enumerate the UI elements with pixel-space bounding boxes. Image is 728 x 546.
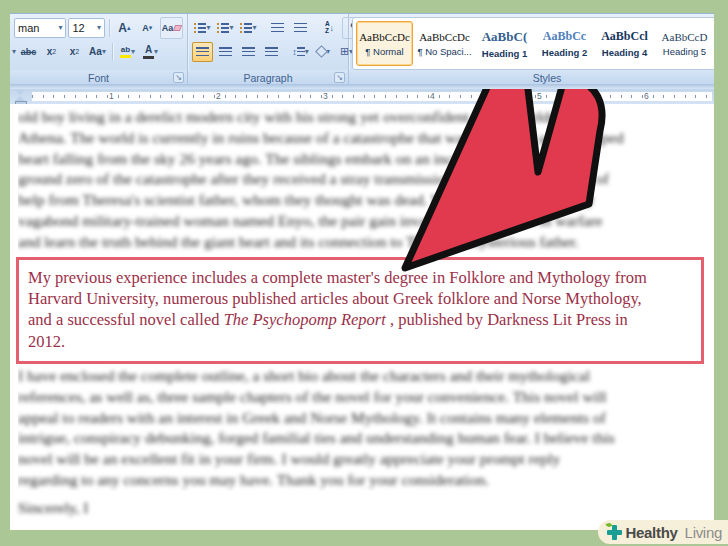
doc-line: references, as well as, three sample cha… bbox=[18, 387, 712, 408]
justify-icon bbox=[265, 47, 278, 57]
decrease-indent-button[interactable] bbox=[267, 18, 288, 38]
style-label: Heading 2 bbox=[542, 47, 587, 58]
bullets-button[interactable]: ▾ bbox=[192, 18, 213, 38]
healthy-living-watermark: Healthy Living bbox=[598, 520, 728, 544]
strikethrough-button[interactable]: abc bbox=[18, 42, 39, 62]
clear-formatting-icon: Aa bbox=[162, 23, 174, 33]
chevron-down-icon: ▾ bbox=[229, 24, 233, 32]
underline-menu-arrow-icon[interactable]: ▾ bbox=[12, 48, 16, 56]
highlight-icon: ab bbox=[120, 46, 131, 58]
first-line-indent-icon bbox=[15, 90, 25, 95]
styles-gallery: AaBbCcDc ¶ Normal AaBbCcDc ¶ No Spaci...… bbox=[352, 17, 714, 70]
highlight-text: and a successful novel called bbox=[28, 310, 224, 329]
word-ribbon: man ▾ 12 ▾ A ▴ A ▾ bbox=[10, 13, 714, 85]
doc-line: help from Theresa's scientist father, wh… bbox=[18, 190, 712, 211]
style-no-spacing[interactable]: AaBbCcDc ¶ No Spaci... bbox=[416, 21, 473, 66]
numbering-button[interactable]: ▾ bbox=[215, 18, 236, 38]
chevron-down-icon: ▾ bbox=[252, 24, 256, 32]
style-heading-5[interactable]: AaBbCcD Heading 5 bbox=[656, 21, 713, 66]
doc-line: heart falling from the sky 26 years ago.… bbox=[18, 149, 712, 170]
justify-button[interactable] bbox=[261, 42, 282, 62]
line-spacing-button[interactable]: ↕ ▾ bbox=[290, 42, 311, 62]
font-group: man ▾ 12 ▾ A ▴ A ▾ bbox=[10, 14, 188, 85]
doc-line: regarding to any concerns you may have. … bbox=[18, 470, 712, 491]
font-color-bar bbox=[143, 56, 154, 59]
align-left-button[interactable] bbox=[192, 42, 213, 62]
highlight-line: 2012. bbox=[28, 331, 697, 352]
blurred-paragraph-1: old boy living in a derelict modern city… bbox=[18, 107, 712, 253]
style-label: Heading 4 bbox=[602, 47, 647, 58]
highlight-label: ab bbox=[121, 46, 130, 54]
change-case-button[interactable]: Aa ▾ bbox=[87, 42, 108, 62]
chevron-down-icon: ▾ bbox=[305, 48, 309, 56]
bullets-icon bbox=[194, 23, 206, 33]
doc-line: vagabond military-trained woman named En… bbox=[18, 211, 712, 232]
ruler-band: 1 2 3 4 5 6 bbox=[32, 92, 712, 101]
numbering-icon bbox=[217, 23, 229, 33]
horizontal-ruler: 1 2 3 4 5 6 bbox=[10, 89, 714, 104]
ruler-number: 3 bbox=[322, 92, 329, 101]
text-highlight-button[interactable]: ab ▾ bbox=[117, 42, 138, 62]
style-sample: AaBbC( bbox=[482, 29, 528, 45]
sort-button[interactable]: A Z ↓ bbox=[319, 18, 340, 38]
align-right-button[interactable] bbox=[238, 42, 259, 62]
font-size-value: 12 bbox=[72, 22, 84, 34]
change-case-icon: Aa bbox=[89, 46, 102, 57]
highlight-color-bar bbox=[120, 55, 131, 58]
chevron-down-icon: ▾ bbox=[154, 48, 158, 56]
style-sample: AaBbCcD bbox=[662, 31, 708, 43]
ruler-number: 5 bbox=[536, 92, 543, 101]
style-heading-1[interactable]: AaBbC( Heading 1 bbox=[476, 21, 533, 66]
align-center-button[interactable] bbox=[215, 42, 236, 62]
styles-group: AaBbCcDc ¶ Normal AaBbCcDc ¶ No Spaci...… bbox=[349, 14, 714, 85]
font-color-icon: A bbox=[143, 45, 154, 59]
font-name-combo[interactable]: man ▾ bbox=[14, 18, 66, 38]
doc-line: novel will be an excellent fit in your f… bbox=[18, 449, 712, 470]
style-label: ¶ No Spaci... bbox=[417, 46, 471, 57]
increase-indent-button[interactable] bbox=[290, 18, 311, 38]
indent-markers[interactable] bbox=[15, 90, 25, 103]
ruler-number: 1 bbox=[108, 92, 115, 101]
subscript-button[interactable]: x2 bbox=[41, 42, 62, 62]
style-heading-2[interactable]: AaBbCc Heading 2 bbox=[536, 21, 593, 66]
font-color-button[interactable]: A ▾ bbox=[140, 42, 161, 62]
health-cross-icon bbox=[607, 525, 622, 540]
style-heading-4[interactable]: AaBbCcl Heading 4 bbox=[596, 21, 653, 66]
highlight-text: , published by Darkness Lit Press in bbox=[386, 310, 628, 329]
closing-line: Sincerely, I bbox=[18, 498, 88, 519]
sort-arrow-icon: ↓ bbox=[330, 23, 335, 33]
multilevel-list-button[interactable]: ▾ bbox=[238, 18, 259, 38]
style-sample: AaBbCcl bbox=[601, 29, 648, 44]
ruler-number: 4 bbox=[429, 92, 436, 101]
grow-font-icon: A bbox=[118, 21, 127, 35]
font-size-combo[interactable]: 12 ▾ bbox=[68, 18, 104, 38]
clear-formatting-button[interactable]: Aa bbox=[160, 17, 183, 39]
highlighted-paragraph-box: My previous experience includes a comple… bbox=[16, 257, 704, 364]
doc-line: ground zero of the catastrophe after the… bbox=[18, 169, 712, 190]
shading-button[interactable]: ▾ bbox=[313, 42, 334, 62]
font-dialog-launcher[interactable]: ↘ bbox=[173, 72, 184, 83]
line-spacing-lines-icon bbox=[297, 47, 305, 57]
chevron-down-icon: ▾ bbox=[102, 48, 106, 56]
superscript-button[interactable]: x2 bbox=[64, 42, 85, 62]
watermark-bold-text: Healthy bbox=[626, 524, 678, 541]
shrink-font-button[interactable]: A ▾ bbox=[137, 18, 158, 38]
subscript-mark: 2 bbox=[52, 48, 56, 55]
chevron-down-icon: ▾ bbox=[97, 24, 101, 32]
borders-icon: ⊞ bbox=[340, 45, 349, 58]
decrease-indent-icon bbox=[271, 23, 284, 33]
style-sample: AaBbCcDc bbox=[359, 31, 410, 43]
paragraph-dialog-launcher[interactable]: ↘ bbox=[334, 72, 345, 83]
align-center-icon bbox=[219, 47, 232, 57]
grow-font-button[interactable]: A ▴ bbox=[114, 18, 135, 38]
style-label: Heading 5 bbox=[663, 46, 706, 57]
font-name-value: man bbox=[18, 22, 39, 34]
style-normal[interactable]: AaBbCcDc ¶ Normal bbox=[356, 21, 413, 66]
document-page[interactable]: old boy living in a derelict modern city… bbox=[10, 104, 714, 530]
up-arrow-icon: ▴ bbox=[127, 24, 131, 31]
font-group-label: Font bbox=[88, 72, 109, 84]
doc-line: intrigue, conspiracy debunking, forged f… bbox=[18, 428, 712, 449]
divider bbox=[112, 43, 113, 61]
align-left-icon bbox=[196, 47, 209, 57]
style-label: Heading 1 bbox=[482, 48, 527, 59]
